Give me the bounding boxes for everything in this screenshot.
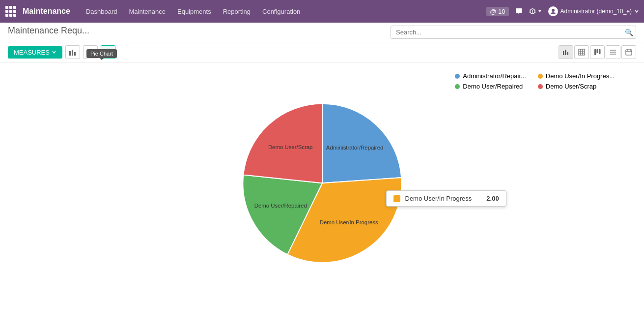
- legend-item-repaired: Demo User/Repaired: [455, 83, 526, 90]
- view-kanban-icon: [594, 49, 601, 56]
- legend-label-inprogress: Demo User/In Progres...: [546, 72, 615, 80]
- bar-chart-icon: [69, 48, 77, 56]
- svg-rect-11: [565, 50, 566, 55]
- svg-rect-12: [567, 52, 569, 55]
- measures-button[interactable]: MEASURES: [8, 46, 62, 59]
- svg-rect-13: [579, 49, 585, 55]
- chart-area: Administrator/Repair... Demo User/In Pro…: [0, 62, 644, 308]
- toolbar: MEASURES Pie Chart: [0, 42, 644, 62]
- pie-segment[interactable]: [322, 104, 401, 183]
- svg-point-6: [552, 9, 555, 12]
- user-dropdown-icon: [634, 9, 639, 14]
- user-menu[interactable]: Administrator (demo_10_e): [548, 6, 639, 16]
- svg-rect-20: [599, 49, 601, 54]
- chat-button[interactable]: [515, 7, 523, 15]
- pie-segment[interactable]: [243, 104, 322, 183]
- legend-dot-inprogress: [538, 74, 543, 79]
- nav-maintenance[interactable]: Maintenance: [124, 6, 170, 17]
- legend-dot-admin: [455, 74, 460, 79]
- top-navigation: Maintenance Dashboard Maintenance Equipm…: [0, 0, 644, 23]
- svg-rect-8: [72, 50, 73, 56]
- measures-label: MEASURES: [14, 49, 50, 56]
- svg-rect-7: [69, 51, 71, 56]
- legend-dot-repaired: [455, 84, 460, 89]
- measures-dropdown-icon: [52, 50, 56, 55]
- view-table-button[interactable]: [574, 45, 589, 59]
- avatar: [548, 6, 558, 16]
- svg-rect-9: [74, 52, 76, 56]
- legend-item-inprogress: Demo User/In Progres...: [538, 72, 615, 80]
- svg-rect-18: [594, 49, 596, 55]
- view-calendar-icon: [625, 49, 632, 56]
- pie-segment-label: Demo User/Repaired: [254, 203, 307, 209]
- pie-chart[interactable]: Administrator/RepairedDemo User/In Progr…: [229, 82, 416, 289]
- view-table-icon: [578, 49, 585, 56]
- svg-rect-19: [597, 49, 599, 53]
- pie-segment-label: Demo User/In Progress: [319, 219, 378, 225]
- view-switchers: [559, 45, 636, 59]
- pie-chart-container[interactable]: Administrator/RepairedDemo User/In Progr…: [229, 82, 416, 289]
- user-label: Administrator (demo_10_e): [560, 8, 632, 15]
- nav-reporting[interactable]: Reporting: [218, 6, 255, 17]
- bug-icon: [529, 7, 536, 15]
- chart-tooltip: Demo User/In Progress 2.00: [386, 190, 506, 207]
- bar-chart-button[interactable]: [65, 45, 80, 59]
- app-title: Maintenance: [23, 7, 70, 16]
- nav-configuration[interactable]: Configuration: [257, 6, 305, 17]
- chevron-down-icon: [537, 9, 542, 14]
- bug-button[interactable]: [529, 7, 542, 15]
- search-input[interactable]: [391, 26, 636, 39]
- chat-icon: [515, 7, 523, 15]
- svg-rect-24: [626, 50, 632, 55]
- notifications-badge[interactable]: @ 10: [486, 7, 508, 16]
- tooltip-color-swatch: [393, 195, 400, 202]
- user-icon: [550, 8, 557, 15]
- view-list-icon: [610, 49, 616, 56]
- grid-icon: [5, 6, 16, 17]
- tooltip-value: 2.00: [486, 195, 499, 202]
- view-list-button[interactable]: [606, 45, 620, 59]
- legend-dot-scrap: [538, 84, 543, 89]
- nav-links: Dashboard Maintenance Equipments Reporti…: [81, 6, 483, 17]
- view-bar-icon: [562, 49, 569, 56]
- view-bar-chart-button[interactable]: [559, 45, 573, 59]
- legend-item-scrap: Demo User/Scrap: [538, 83, 615, 90]
- page-title: Maintenance Requ...: [8, 26, 387, 39]
- chart-legend: Administrator/Repair... Demo User/In Pro…: [455, 72, 615, 90]
- legend-label-repaired: Demo User/Repaired: [463, 83, 523, 90]
- nav-dashboard[interactable]: Dashboard: [81, 6, 122, 17]
- pie-segment-label: Administrator/Repaired: [326, 145, 383, 151]
- pie-segment-label: Demo User/Scrap: [268, 144, 312, 150]
- legend-label-admin: Administrator/Repair...: [463, 72, 526, 80]
- svg-rect-10: [563, 51, 564, 55]
- search-bar: 🔍: [391, 26, 636, 39]
- view-calendar-button[interactable]: [621, 45, 636, 59]
- legend-label-scrap: Demo User/Scrap: [546, 83, 596, 90]
- apps-menu-button[interactable]: [5, 5, 17, 17]
- tooltip-label: Demo User/In Progress: [405, 195, 472, 202]
- legend-item-admin: Administrator/Repair...: [455, 72, 526, 80]
- nav-equipments[interactable]: Equipments: [172, 6, 216, 17]
- search-row: Maintenance Requ... 🔍: [0, 23, 644, 42]
- view-kanban-button[interactable]: [590, 45, 605, 59]
- search-button[interactable]: 🔍: [625, 29, 633, 36]
- topnav-right: @ 10: [486, 6, 639, 16]
- pie-chart-tooltip: Pie Chart: [86, 49, 117, 58]
